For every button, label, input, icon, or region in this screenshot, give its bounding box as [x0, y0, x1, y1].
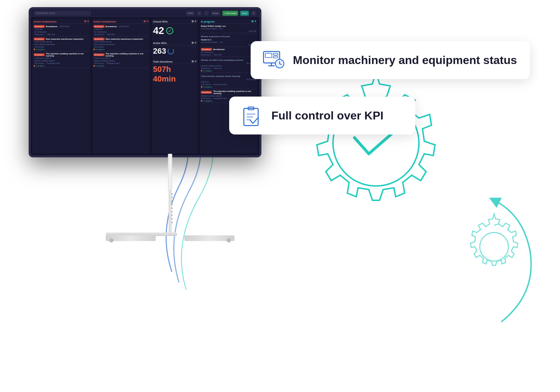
dashboard-toolbar: 100% + − Reset + Add widget Save ✕ [31, 9, 259, 17]
save-btn[interactable]: Save [240, 11, 249, 16]
zoom-in-btn[interactable]: + [197, 11, 202, 16]
breakdown-item-2: Breakdown Raw materials warehouse inspec… [34, 38, 89, 52]
in-progress-title: In progress [201, 20, 214, 23]
ip-section-1: Weekly inspection of Assets [201, 35, 256, 38]
ip-status-5: In progress [201, 86, 256, 88]
active-wos-value: 263 [153, 46, 197, 56]
breakdown-item-2-1: Breakdown Breakdown 12979:48:56 # WO-152… [93, 25, 149, 36]
svg-rect-7 [273, 56, 278, 58]
bd-wo-2-1: # WO-152 [93, 28, 149, 30]
ip-tag-6: Breakdown [201, 91, 212, 94]
breakdown-item-2-2: Breakdown Raw materials warehouse inspec… [93, 38, 149, 52]
add-widget-btn[interactable]: + Add widget [222, 11, 238, 16]
metrics-panel: Closed WOs ⊞ ✕ 42 ✓ Active WOs ⊞ ✕ 263 [151, 19, 198, 154]
downtime-value-1: 507h [153, 65, 197, 74]
active-breakdowns-panel-1: Active breakdowns ⊞ ✕ Breakdown Breakdow… [32, 19, 91, 154]
bd-num-2-2: 27510:19:29 # WO-33 [93, 41, 149, 43]
zoom-display: 100% [186, 11, 195, 16]
active-wos-label: Active WOs [153, 42, 167, 44]
ip-item-2: Asset nr 1 Shiva Group Poland → Hal... #… [201, 39, 256, 47]
bd-tag-3: Breakdown [34, 53, 45, 56]
in-progress-header: In progress ⊞ ✕ [201, 20, 256, 24]
bd-status-2-3: In progress [93, 65, 149, 67]
panel-1-title: Active breakdowns [34, 20, 57, 23]
dashboard-ui: 100% + − Reset + Add widget Save ✕ Activ… [31, 9, 259, 155]
closed-wos-header: Closed WOs ⊞ ✕ [153, 20, 197, 24]
dashboard-name-input[interactable] [34, 11, 91, 16]
panel-2-header: Active breakdowns ⊞ ✕ [93, 20, 149, 24]
panel-1-header: Active breakdowns ⊞ ✕ [34, 20, 89, 24]
close-btn[interactable]: ✕ [251, 11, 256, 16]
monitor-screen: 100% + − Reset + Add widget Save ✕ Activ… [29, 7, 261, 157]
callout-kpi-text: Full control over KPI [271, 109, 383, 122]
bd-num-1: 12979:48:56 [58, 25, 69, 28]
bd-status-2: In progress [34, 48, 89, 50]
downtime-value-2: 40min [153, 75, 197, 83]
progress-circle [168, 48, 174, 54]
ip-date-5: 12 Aug 2022 [201, 78, 256, 80]
bd-sub-2-3: Test Factory → Production Hall 1 [93, 62, 149, 64]
ip-status-4: In progress [201, 70, 256, 72]
downtimes-controls: ⊞ ✕ [192, 60, 197, 63]
bd-status-3: In progress [34, 65, 89, 67]
downtimes-header: Total downtimes ⊞ ✕ [153, 60, 197, 64]
svg-rect-5 [265, 53, 272, 58]
closed-wos-value: 42 ✓ [153, 25, 197, 36]
breakdown-item-1: Breakdown Breakdown 12979:48:56 # WO-152… [34, 25, 89, 36]
bd-sub-2-1: Air Compressor [93, 31, 149, 33]
ip-meta-1: Test Factory Oxford → Pro... [201, 28, 256, 30]
ip-date-4: 06 Jun 2023 [201, 62, 256, 64]
ip-meta-4: Injection molding machine [201, 65, 256, 67]
stand-foot-right [184, 235, 235, 241]
ip-tag-3: Breakdown [201, 48, 212, 51]
bd-wo-1: # WO-152 [34, 28, 89, 30]
ip-title-3: Breakdown [213, 48, 225, 50]
ip-meta-2: Shiva Group Poland → Hal... [201, 41, 256, 43]
callout-monitor-icon [261, 48, 286, 73]
bd-title-2: Raw materials warehouse inspection [46, 38, 83, 40]
bd-num-2: 27510:19:29 # WO-33 [34, 41, 89, 43]
callout-monitor: Monitor machinery and equipment status [251, 41, 530, 79]
bd-tag-2-2: Breakdown [93, 38, 105, 40]
closed-wos-controls: ⊞ ✕ [192, 20, 197, 23]
bd-loc-2: Test Factory [34, 46, 89, 48]
ip-loc-3: Restaurant 1 → Main Hall [201, 54, 256, 56]
bd-sub-2-2: Raw materials warehouse [93, 43, 149, 45]
ip-item-3: Breakdown Breakdown Air Compressor Resta… [201, 48, 256, 57]
downtimes-label: Total downtimes [153, 60, 173, 63]
stand-feet [106, 235, 235, 241]
panel-2-controls: ⊞ ✕ [144, 20, 149, 23]
bd-num-2-3: 27978:31:13 # WO-1 [93, 57, 149, 59]
stand-neck [168, 154, 172, 190]
ip-wo-2: # WO-260 [201, 44, 256, 46]
bd-num-2-1: 12979:48:56 [118, 25, 129, 28]
reset-btn[interactable]: Reset [211, 11, 220, 16]
ip-wo-1: # RG-441 [201, 30, 256, 32]
bd-sub-1: Air Compressor [34, 31, 89, 33]
monitor-scene: 100% + − Reset + Add widget Save ✕ Activ… [0, 0, 279, 392]
svg-rect-6 [273, 53, 278, 55]
bd-loc-1: Restaurant 1 → Main Hall [34, 33, 89, 35]
stand-pole [169, 190, 172, 232]
bd-title-2-1: Breakdown [106, 25, 117, 28]
in-progress-controls: ⊞ ✕ [251, 20, 256, 23]
panel-2-title: Active breakdowns [93, 20, 116, 23]
ip-title-6: The injection molding machine is not wor… [213, 90, 256, 94]
check-icon: ✓ [166, 27, 173, 34]
closed-wos-label: Closed WOs [153, 20, 168, 23]
bd-title-3: The injection molding machine is not wor… [46, 53, 89, 57]
zoom-out-btn[interactable]: − [204, 11, 209, 16]
ip-title-2: Asset nr 1 [201, 39, 256, 41]
bd-title-2-2: Raw materials warehouse inspection [106, 38, 143, 40]
ip-item-5: 12 Aug 2022 # RD-114 Test Factory → Prod… [201, 78, 256, 89]
bd-tag-2-1: Breakdown [93, 25, 105, 28]
active-wos-controls: ⊞ ✕ [192, 41, 197, 44]
svg-point-1 [480, 232, 508, 261]
bd-num-3: 27978:31:13 # WO-1 [34, 57, 89, 59]
bd-loc-2-1: Restaurant 1 → Main Hall [93, 33, 149, 35]
bd-title-2-3: The injection molding machine is not wor… [106, 53, 149, 57]
ip-wo-5: # RD-114 [201, 81, 256, 83]
ip-meta-3: Air Compressor [201, 51, 256, 53]
breakdown-item-2-3: Breakdown The injection molding machine … [93, 53, 149, 68]
active-breakdowns-panel-2: Active breakdowns ⊞ ✕ Breakdown Breakdow… [92, 19, 150, 154]
